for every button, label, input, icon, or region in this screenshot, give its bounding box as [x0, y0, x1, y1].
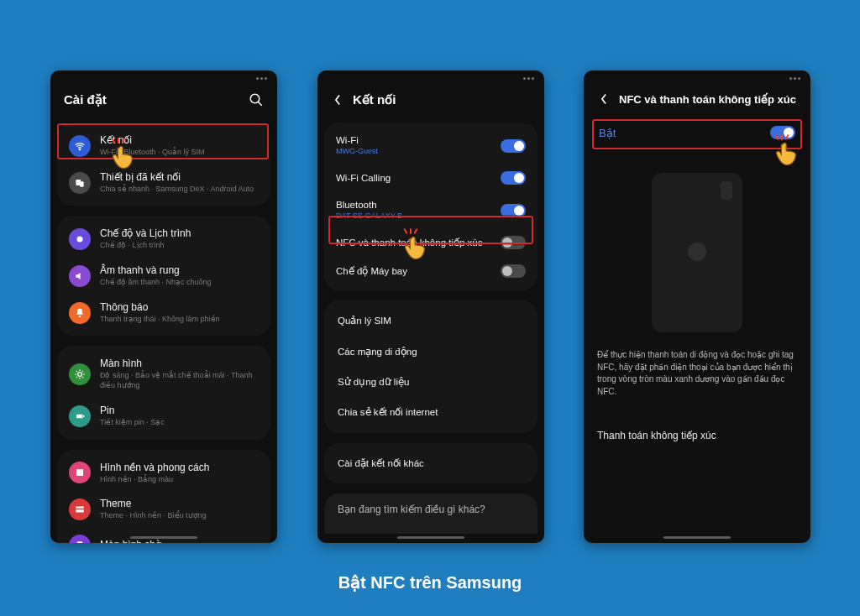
- battery-icon: [69, 405, 91, 427]
- row-label: Quản lý SIM: [338, 315, 524, 326]
- row-label: Thanh toán không tiếp xúc: [597, 430, 716, 441]
- row-label: Wi-Fi: [336, 134, 491, 146]
- connections-group-network: Quản lý SIM Các mạng di động Sử dụng dữ …: [324, 300, 538, 433]
- row-label: Chế độ Máy bay: [336, 265, 491, 277]
- svg-rect-8: [76, 414, 83, 418]
- row-data-usage[interactable]: Sử dụng dữ liệu: [324, 367, 538, 397]
- wifi-icon: [69, 135, 91, 157]
- settings-group-connections: Kết nối Wi-Fi · Bluetooth · Quản lý SIM …: [57, 123, 270, 206]
- settings-item-connections[interactable]: Kết nối Wi-Fi · Bluetooth · Quản lý SIM: [57, 128, 270, 164]
- row-label: Các mạng di động: [338, 346, 524, 358]
- row-sim[interactable]: Quản lý SIM: [324, 305, 538, 336]
- toggle-wifi[interactable]: [501, 139, 526, 153]
- toggle-nfc-on[interactable]: [770, 126, 795, 139]
- toggle-bluetooth[interactable]: [501, 204, 526, 217]
- nfc-on-label: Bật: [599, 127, 616, 139]
- svg-point-0: [250, 94, 260, 103]
- svg-line-1: [258, 102, 262, 106]
- settings-item-sub: Chế độ · Lịch trình: [100, 241, 259, 251]
- modes-icon: [69, 228, 91, 250]
- devices-icon: [69, 172, 91, 194]
- search-icon[interactable]: [249, 92, 264, 107]
- settings-item-label: Hình nền và phong cách: [100, 462, 259, 474]
- toggle-airplane[interactable]: [501, 264, 526, 278]
- back-icon[interactable]: [597, 92, 611, 106]
- row-nfc[interactable]: NFC và thanh toán không tiếp xúc: [324, 228, 538, 257]
- row-sub: DAT-SS-GALAXY-B: [336, 211, 491, 222]
- status-bar: [256, 77, 267, 80]
- settings-item-sub: Hình nền · Bảng màu: [100, 475, 259, 485]
- svg-point-6: [79, 316, 81, 317]
- row-airplane[interactable]: Chế độ Máy bay: [324, 257, 538, 285]
- row-label: Cài đặt kết nối khác: [338, 457, 524, 469]
- home-icon: [69, 535, 91, 543]
- row-bluetooth[interactable]: Bluetooth DAT-SS-GALAXY-B: [324, 192, 538, 228]
- status-bar: [523, 77, 534, 80]
- row-label: NFC và thanh toán không tiếp xúc: [336, 237, 491, 248]
- wallpaper-icon: [69, 462, 91, 483]
- display-icon: [69, 363, 91, 385]
- row-wifi[interactable]: Wi-Fi MWG-Guest: [324, 128, 538, 164]
- settings-group-display: Màn hình Độ sáng · Bảo vệ mắt chế thoải …: [57, 346, 270, 439]
- settings-item-theme[interactable]: Theme Theme · Hình nền · Biểu tượng: [57, 491, 270, 528]
- search-other-prompt[interactable]: Bạn đang tìm kiếm điều gì khác?: [324, 493, 538, 534]
- svg-rect-10: [76, 469, 83, 476]
- nfc-position-indicator: [688, 243, 706, 261]
- row-label: Sử dụng dữ liệu: [338, 376, 524, 388]
- toggle-wifi-calling[interactable]: [501, 171, 526, 185]
- settings-item-sub: Theme · Hình nền · Biểu tượng: [100, 511, 259, 521]
- settings-item-battery[interactable]: Pin Tiết kiệm pin · Sạc: [57, 398, 270, 435]
- svg-rect-4: [80, 181, 84, 186]
- svg-rect-9: [83, 415, 84, 416]
- toggle-nfc[interactable]: [501, 236, 526, 249]
- figure-caption: Bật NFC trên Samsung: [0, 572, 860, 593]
- row-wifi-calling[interactable]: Wi-Fi Calling: [324, 164, 538, 192]
- row-tethering[interactable]: Chia sẻ kết nối internet: [324, 397, 538, 427]
- settings-item-sound[interactable]: Âm thanh và rung Chế độ âm thanh · Nhạc …: [57, 258, 270, 295]
- home-indicator: [397, 536, 464, 539]
- row-contactless-payments[interactable]: Thanh toán không tiếp xúc: [595, 421, 799, 450]
- settings-item-label: Thông báo: [100, 301, 259, 314]
- settings-group-style: Hình nền và phong cách Hình nền · Bảng m…: [57, 450, 270, 544]
- row-label: Bluetooth: [336, 199, 491, 211]
- settings-item-label: Pin: [100, 405, 259, 417]
- svg-rect-11: [77, 541, 83, 543]
- settings-item-devices[interactable]: Thiết bị đã kết nối Chia sẻ nhanh · Sams…: [57, 164, 270, 201]
- phone-nfc: NFC và thanh toán không tiếp xúc Bật Để …: [584, 70, 810, 543]
- settings-item-notifications[interactable]: Thông báo Thanh trạng thái · Không làm p…: [57, 295, 270, 331]
- nfc-description: Để thực hiện thanh toán di động và đọc h…: [595, 349, 799, 398]
- settings-item-display[interactable]: Màn hình Độ sáng · Bảo vệ mắt chế thoải …: [57, 351, 270, 397]
- page-title: Cài đặt: [64, 92, 240, 107]
- settings-item-sub: Thanh trạng thái · Không làm phiền: [100, 315, 259, 325]
- settings-item-modes[interactable]: Chế độ và Lịch trình Chế độ · Lịch trình: [57, 221, 270, 258]
- settings-item-homescreen[interactable]: Màn hình chờ: [57, 528, 270, 543]
- settings-item-label: Thiết bị đã kết nối: [100, 171, 259, 184]
- phone-connections: Kết nối Wi-Fi MWG-Guest Wi-Fi Calling: [317, 70, 544, 543]
- svg-point-2: [79, 149, 81, 150]
- row-more-connections[interactable]: Cài đặt kết nối khác: [324, 448, 538, 478]
- row-mobile-networks[interactable]: Các mạng di động: [324, 337, 538, 367]
- settings-item-label: Màn hình: [100, 358, 259, 370]
- settings-item-wallpaper[interactable]: Hình nền và phong cách Hình nền · Bảng m…: [57, 455, 270, 492]
- settings-group-general: Chế độ và Lịch trình Chế độ · Lịch trình…: [57, 216, 270, 336]
- settings-item-label: Màn hình chờ: [100, 539, 259, 543]
- home-indicator: [130, 536, 197, 539]
- page-title: Kết nối: [353, 92, 531, 107]
- settings-item-sub: Chế độ âm thanh · Nhạc chuông: [100, 278, 259, 288]
- home-indicator: [663, 536, 731, 539]
- settings-item-label: Chế độ và Lịch trình: [100, 227, 259, 240]
- row-sub: MWG-Guest: [336, 147, 491, 157]
- back-icon[interactable]: [331, 93, 344, 107]
- settings-item-label: Âm thanh và rung: [100, 264, 259, 277]
- settings-item-sub: Chia sẻ nhanh · Samsung DeX · Android Au…: [100, 185, 259, 195]
- phone-settings: Cài đặt Kết nối Wi-Fi · Bluetooth · Quản…: [50, 70, 277, 543]
- bell-icon: [69, 302, 91, 324]
- theme-icon: [69, 499, 91, 520]
- status-bar: [789, 77, 800, 80]
- settings-item-sub: Wi-Fi · Bluetooth · Quản lý SIM: [100, 148, 259, 158]
- row-label: Wi-Fi Calling: [336, 172, 491, 184]
- settings-item-sub: Độ sáng · Bảo vệ mắt chế thoải mái · Tha…: [100, 371, 259, 390]
- settings-item-label: Kết nối: [100, 134, 259, 147]
- settings-item-sub: Tiết kiệm pin · Sạc: [100, 418, 259, 428]
- nfc-enable-row[interactable]: Bật: [595, 117, 799, 148]
